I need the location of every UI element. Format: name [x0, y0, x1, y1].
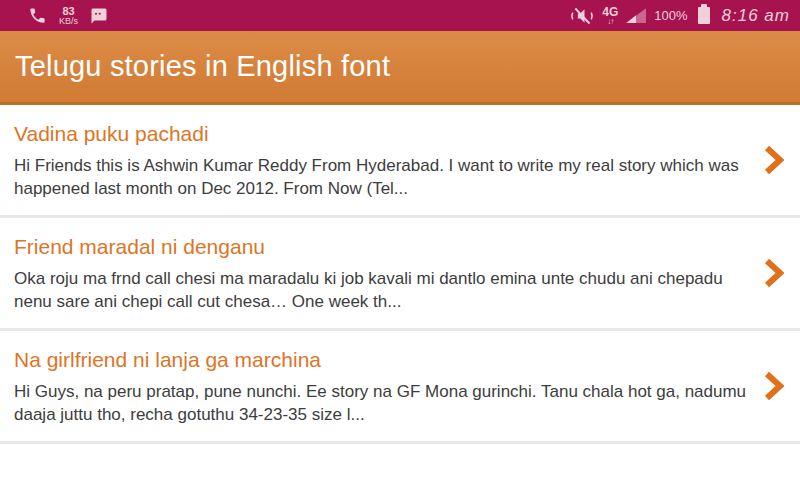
story-excerpt: Hi Friends this is Ashwin Kumar Reddy Fr… — [14, 154, 754, 200]
story-list-item[interactable]: Vadina puku pachadi Hi Friends this is A… — [0, 105, 800, 215]
story-title[interactable]: Vadina puku pachadi — [14, 122, 754, 146]
story-excerpt: Hi Guys, na peru pratap, pune nunchi. Ee… — [14, 380, 754, 426]
network-speed-unit: KB/s — [59, 16, 78, 26]
status-bar: 83 KB/s 4G ↓↑ 100% 8:16 am — [0, 0, 800, 31]
network-speed: 83 KB/s — [59, 6, 78, 26]
network-type-label: 4G — [602, 7, 618, 18]
page-title: Telugu stories in English font — [15, 50, 390, 83]
phone-icon — [28, 6, 47, 25]
app-header: Telugu stories in English font — [0, 31, 800, 105]
status-bar-left: 83 KB/s — [10, 6, 108, 26]
status-clock: 8:16 am — [722, 6, 790, 26]
battery-percent-label: 100% — [654, 8, 687, 23]
story-excerpt: Oka roju ma frnd call chesi ma maradalu … — [14, 267, 754, 313]
chevron-right-icon[interactable] — [764, 145, 784, 175]
chevron-right-icon[interactable] — [764, 371, 784, 401]
network-4g-icon: 4G ↓↑ — [602, 7, 618, 25]
list-divider — [0, 441, 800, 444]
status-bar-right: 4G ↓↑ 100% 8:16 am — [570, 6, 790, 26]
story-title[interactable]: Na girlfriend ni lanja ga marchina — [14, 348, 754, 372]
story-list: Vadina puku pachadi Hi Friends this is A… — [0, 105, 800, 444]
battery-icon — [698, 7, 710, 24]
chevron-right-icon[interactable] — [764, 258, 784, 288]
vibrate-mute-icon — [570, 6, 594, 26]
story-title[interactable]: Friend maradal ni denganu — [14, 235, 754, 259]
story-list-item[interactable]: Na girlfriend ni lanja ga marchina Hi Gu… — [0, 331, 800, 441]
chat-bubble-icon — [90, 7, 108, 25]
signal-strength-icon — [626, 8, 646, 23]
data-arrows: ↓↑ — [607, 18, 613, 25]
network-speed-value: 83 — [62, 6, 74, 16]
story-list-item[interactable]: Friend maradal ni denganu Oka roju ma fr… — [0, 218, 800, 328]
signal-triangle-fill — [626, 15, 636, 23]
